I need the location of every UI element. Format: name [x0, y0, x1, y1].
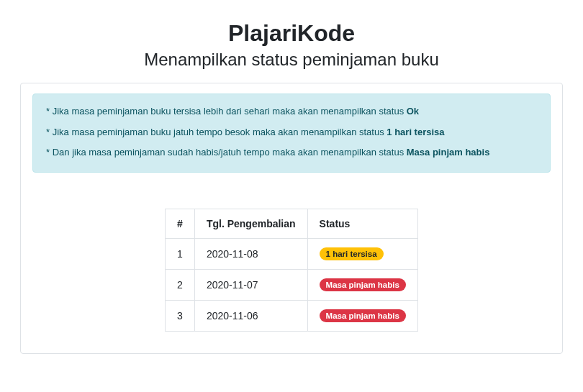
cell-date: 2020-11-08: [194, 239, 307, 270]
cell-status: 1 hari tersisa: [307, 239, 417, 270]
page-subtitle: Menampilkan status peminjaman buku: [0, 50, 583, 70]
col-header-num: #: [166, 209, 195, 239]
table-container: # Tgl. Pengembalian Status 1 2020-11-08 …: [32, 209, 551, 332]
alert-line-2-bold: 1 hari tersisa: [387, 127, 444, 137]
alert-line-1: * Jika masa peminjaman buku tersisa lebi…: [46, 103, 537, 121]
page: PlajariKode Menampilkan status peminjama…: [0, 0, 583, 368]
cell-date: 2020-11-07: [194, 270, 307, 301]
table-row: 1 2020-11-08 1 hari tersisa: [166, 239, 418, 270]
status-badge: Masa pinjam habis: [320, 278, 406, 291]
alert-line-2: * Jika masa peminjaman buku jatuh tempo …: [46, 124, 537, 142]
loan-status-table: # Tgl. Pengembalian Status 1 2020-11-08 …: [165, 209, 418, 332]
cell-num: 3: [166, 301, 195, 332]
table-row: 3 2020-11-06 Masa pinjam habis: [166, 301, 418, 332]
alert-line-3-bold: Masa pinjam habis: [407, 147, 490, 158]
status-badge: 1 hari tersisa: [320, 247, 384, 260]
cell-num: 1: [166, 239, 195, 270]
table-row: 2 2020-11-07 Masa pinjam habis: [166, 270, 418, 301]
status-badge: Masa pinjam habis: [320, 309, 406, 322]
cell-status: Masa pinjam habis: [307, 301, 417, 332]
table-header-row: # Tgl. Pengembalian Status: [166, 209, 418, 239]
alert-line-3-text: * Dan jika masa peminjaman sudah habis/j…: [46, 147, 407, 158]
page-title: PlajariKode: [0, 20, 583, 47]
cell-num: 2: [166, 270, 195, 301]
cell-status: Masa pinjam habis: [307, 270, 417, 301]
alert-line-2-text: * Jika masa peminjaman buku jatuh tempo …: [46, 127, 387, 137]
alert-line-3: * Dan jika masa peminjaman sudah habis/j…: [46, 144, 537, 162]
alert-line-1-text: * Jika masa peminjaman buku tersisa lebi…: [46, 106, 407, 117]
alert-line-1-bold: Ok: [407, 106, 419, 117]
info-alert: * Jika masa peminjaman buku tersisa lebi…: [32, 94, 551, 173]
cell-date: 2020-11-06: [194, 301, 307, 332]
content-panel: * Jika masa peminjaman buku tersisa lebi…: [20, 83, 563, 354]
col-header-status: Status: [307, 209, 417, 239]
col-header-date: Tgl. Pengembalian: [194, 209, 307, 239]
